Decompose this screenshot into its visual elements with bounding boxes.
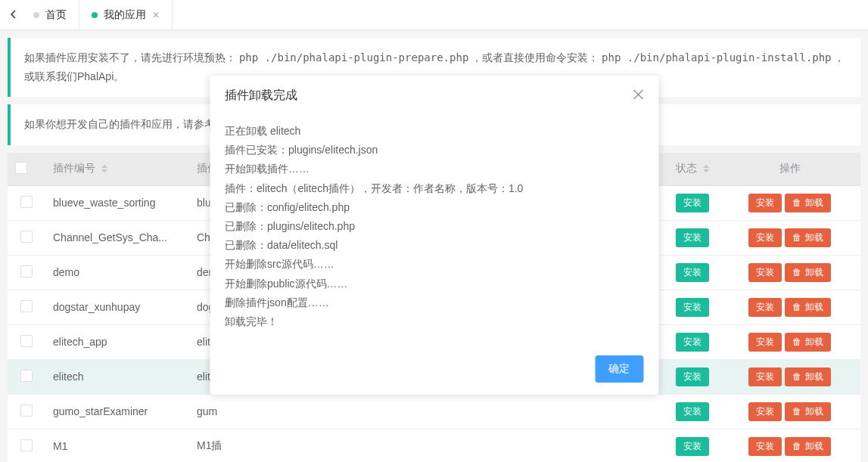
modal-log-line: 删除插件json配置…… (225, 293, 643, 312)
modal-title: 插件卸载完成 (225, 88, 297, 104)
modal-log-line: 已删除：data/elitech.sql (225, 236, 643, 255)
modal-log-line: 正在卸载 elitech (225, 122, 643, 141)
modal-log-line: 开始删除public源代码…… (225, 274, 643, 293)
modal-log-line: 插件：elitech（elitech插件），开发者：作者名称，版本号：1.0 (225, 179, 643, 198)
tab-dot-icon (92, 12, 98, 18)
modal-body: 正在卸载 elitech插件已安装：plugins/elitech.json开始… (210, 116, 658, 346)
tab-home[interactable]: 首页 (21, 0, 79, 30)
modal-header: 插件卸载完成 (210, 76, 658, 116)
modal-log-line: 已删除：plugins/elitech.php (225, 217, 643, 236)
tab-label: 首页 (45, 8, 67, 22)
close-icon[interactable]: ✕ (152, 10, 160, 20)
modal-log-line: 插件已安装：plugins/elitech.json (225, 141, 643, 160)
tab-label: 我的应用 (104, 8, 146, 22)
modal-log-line: 开始卸载插件…… (225, 160, 643, 178)
tabs-bar: 首页 我的应用 ✕ (0, 0, 868, 30)
nav-back-button[interactable] (6, 9, 21, 21)
chevron-left-icon (9, 10, 18, 19)
modal-log-line: 已删除：config/elitech.php (225, 198, 643, 217)
close-icon (633, 89, 643, 100)
modal-close-button[interactable] (633, 89, 643, 102)
tab-dot-icon (33, 12, 39, 18)
modal-log-line: 开始删除src源代码…… (225, 255, 643, 274)
modal-log-line: 卸载完毕！ (225, 312, 643, 331)
confirm-button[interactable]: 确定 (595, 355, 643, 383)
modal-footer: 确定 (210, 346, 658, 395)
uninstall-modal: 插件卸载完成 正在卸载 elitech插件已安装：plugins/elitech… (210, 76, 658, 395)
tab-myapp[interactable]: 我的应用 ✕ (79, 0, 173, 30)
